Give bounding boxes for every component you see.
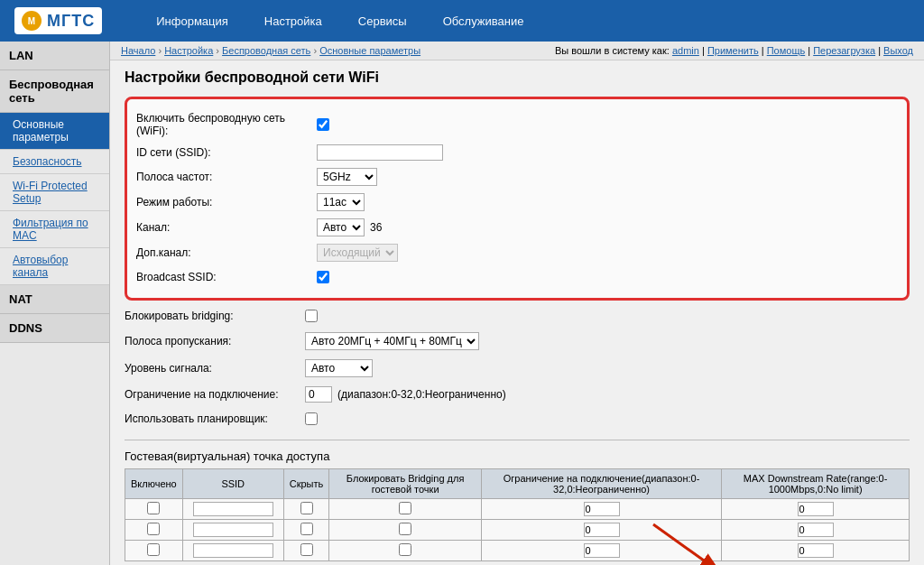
breadcrumb-settings[interactable]: Настройка (164, 45, 213, 56)
breadcrumb-bar: Начало › Настройка › Беспроводная сеть ›… (110, 42, 924, 60)
control-scheduler (305, 412, 318, 425)
select-freq[interactable]: 2.4GHz 5GHz (317, 168, 377, 186)
nav-services[interactable]: Сервисы (340, 2, 425, 41)
row3-rate[interactable] (798, 543, 834, 558)
guest-table: Включено SSID Скрыть Блокировать Bridgin… (125, 468, 910, 561)
checkbox-scheduler[interactable] (305, 412, 318, 425)
col-conn-limit: Ограничение на подключение(диапазон:0-32… (481, 469, 721, 499)
row1-limit[interactable] (584, 502, 620, 516)
sidebar-item-mac-filter[interactable]: Фильтрация по MAC (0, 211, 109, 248)
sidebar-item-auto-channel[interactable]: Автовыбор канала (0, 248, 109, 285)
row2-ssid[interactable] (193, 523, 273, 537)
label-block-bridging: Блокировать bridging: (125, 310, 305, 322)
table-row (125, 499, 910, 520)
row1-enabled[interactable] (147, 502, 160, 514)
apply-link[interactable]: Применить (707, 45, 759, 56)
form-row-enable-wifi: Включить беспроводную сеть (WiFi): (136, 108, 898, 141)
user-info-bar: Вы вошли в систему как: admin | Применит… (555, 45, 913, 56)
help-link[interactable]: Помощь (767, 45, 806, 56)
label-signal: Уровень сигнала: (125, 362, 305, 375)
row3-enabled[interactable] (147, 543, 160, 556)
input-ssid[interactable] (317, 144, 443, 161)
row1-ssid[interactable] (193, 502, 273, 516)
arrow-decoration (644, 515, 735, 565)
cell-block-3 (329, 541, 482, 561)
cell-hide-2 (283, 520, 329, 541)
cell-block-2 (329, 520, 482, 541)
select-bandwidth[interactable]: Авто 20МГц + 40МГц + 80МГц 20МГц (305, 332, 479, 350)
logout-link[interactable]: Выход (883, 45, 913, 56)
main-layout: LAN Беспроводная сеть Основные параметры… (0, 42, 924, 565)
row2-rate[interactable] (798, 523, 834, 537)
col-enabled: Включено (125, 469, 183, 499)
cell-ssid-2 (182, 520, 283, 541)
row2-limit[interactable] (584, 523, 620, 537)
checkbox-enable-wifi[interactable] (317, 118, 329, 131)
form-row-extra-channel: Доп.канал: Исходящий (136, 240, 898, 265)
row3-limit[interactable] (584, 543, 620, 558)
checkbox-broadcast-ssid[interactable] (317, 271, 329, 283)
cell-ssid-3 (182, 541, 283, 561)
label-channel: Канал: (136, 221, 317, 234)
sidebar-section-lan[interactable]: LAN (0, 42, 109, 70)
form-row-signal: Уровень сигнала: Авто Высокий Средний Ни… (125, 355, 910, 382)
label-mode: Режим работы: (136, 196, 317, 208)
row1-block[interactable] (399, 502, 411, 514)
row3-block[interactable] (399, 543, 411, 556)
svg-line-0 (653, 524, 716, 565)
nav-settings[interactable]: Настройка (246, 2, 340, 41)
form-row-ssid: ID сети (SSID): (136, 141, 898, 164)
select-channel[interactable]: Авто 1 6 36 (317, 218, 365, 236)
content-area: Начало › Настройка › Беспроводная сеть ›… (110, 42, 924, 565)
sidebar-section-nat[interactable]: NAT (0, 285, 109, 314)
control-enable-wifi (317, 118, 329, 131)
sidebar-item-wps[interactable]: Wi-Fi Protected Setup (0, 174, 109, 211)
username-link[interactable]: admin (672, 45, 699, 56)
reboot-link[interactable]: Перезагрузка (813, 45, 875, 56)
row3-hide[interactable] (300, 543, 313, 556)
top-navigation: Информация Настройка Сервисы Обслуживани… (138, 2, 541, 41)
conn-limit-hint: (диапазон:0-32,0:Неограниченно) (337, 388, 506, 401)
breadcrumb-basic[interactable]: Основные параметры (319, 45, 420, 56)
sidebar-section-ddns[interactable]: DDNS (0, 314, 109, 343)
control-freq: 2.4GHz 5GHz (317, 168, 377, 186)
cell-rate-1 (722, 499, 910, 520)
nav-info[interactable]: Информация (138, 2, 246, 41)
cell-enabled-1 (125, 499, 183, 520)
form-row-channel: Канал: Авто 1 6 36 36 (136, 215, 898, 240)
input-conn-limit[interactable] (305, 386, 332, 403)
cell-rate-2 (722, 520, 910, 541)
breadcrumb-home[interactable]: Начало (121, 45, 155, 56)
row3-ssid[interactable] (193, 543, 273, 558)
breadcrumb-wifi[interactable]: Беспроводная сеть (222, 45, 310, 56)
label-scheduler: Использовать планировщик: (125, 412, 305, 425)
sidebar-item-basic-params[interactable]: Основные параметры (0, 113, 109, 150)
highlighted-settings-box: Включить беспроводную сеть (WiFi): ID се… (125, 97, 910, 301)
control-signal: Авто Высокий Средний Низкий (305, 359, 373, 377)
logo-text: МГТС (47, 12, 95, 31)
guest-section: Гостевая(виртуальная) точка доступа Вклю… (125, 449, 910, 561)
plain-fields-section: Блокировать bridging: Полоса пропускания… (125, 304, 910, 431)
cell-hide-3 (283, 541, 329, 561)
cell-ssid-1 (182, 499, 283, 520)
sidebar: LAN Беспроводная сеть Основные параметры… (0, 42, 110, 565)
row2-block[interactable] (399, 523, 411, 535)
row2-hide[interactable] (300, 523, 313, 535)
row1-rate[interactable] (798, 502, 834, 516)
page-content: Настройки беспроводной сети WiFi Включит… (110, 60, 924, 565)
select-signal[interactable]: Авто Высокий Средний Низкий (305, 359, 373, 377)
row1-hide[interactable] (300, 502, 313, 514)
divider (125, 440, 910, 440)
sidebar-item-security[interactable]: Безопасность (0, 150, 109, 174)
label-ssid: ID сети (SSID): (136, 146, 317, 159)
cell-enabled-2 (125, 520, 183, 541)
control-channel: Авто 1 6 36 36 (317, 218, 382, 236)
cell-enabled-3 (125, 541, 183, 561)
nav-maintenance[interactable]: Обслуживание (425, 2, 542, 41)
checkbox-block-bridging[interactable] (305, 310, 318, 322)
sidebar-section-wifi[interactable]: Беспроводная сеть (0, 70, 109, 113)
row2-enabled[interactable] (147, 523, 160, 535)
table-row (125, 520, 910, 541)
form-row-conn-limit: Ограничение на подключение: (диапазон:0-… (125, 382, 910, 407)
select-mode[interactable]: 11ac 11n 11a (317, 193, 365, 211)
